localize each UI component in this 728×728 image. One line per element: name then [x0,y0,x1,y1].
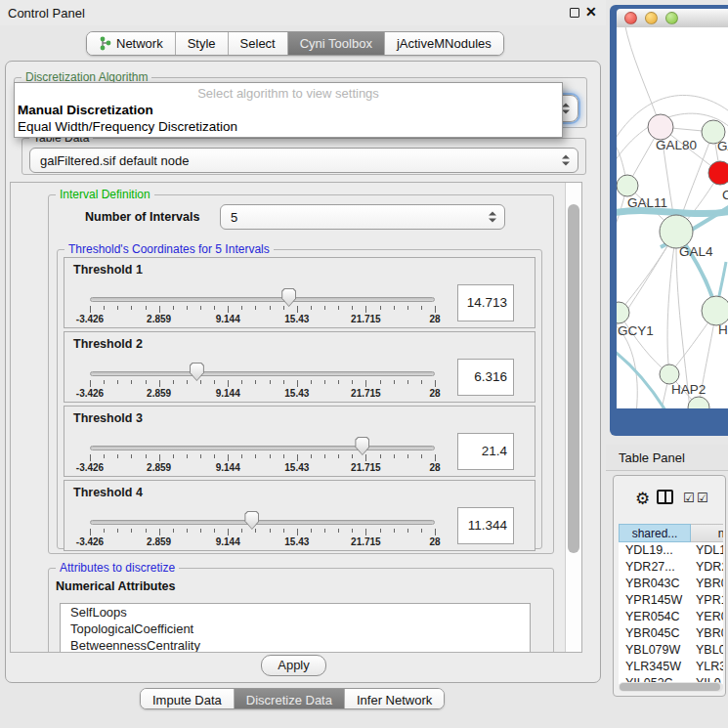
checkbox-icon[interactable]: ☑ [683,491,695,505]
network-node-label: GA [717,139,728,153]
network-canvas[interactable]: GAL80GACGAL11GAL4GCY1HHAP2 [617,27,728,408]
zoom-traffic-light-icon[interactable] [665,12,678,24]
slider-scale-label: 28 [429,536,440,547]
slider-scale: -3.4262.8599.14415.4321.71528 [90,462,435,474]
tab-infer-network[interactable]: Infer Network [345,689,444,709]
network-node[interactable] [660,364,679,384]
slider-scale-label: 2.859 [147,314,171,324]
tab-label: Cyni Toolbox [300,36,372,51]
attribute-item[interactable]: SelfLoops [61,604,530,621]
slider-track[interactable] [90,446,435,450]
network-node[interactable] [617,175,638,196]
cell-name: YBL0 [691,642,723,659]
tab-label: Style [188,36,216,51]
network-edge[interactable] [624,27,661,127]
threshold-value-field[interactable]: 11.344 [457,507,514,544]
table-horizontal-scrollbar[interactable] [619,682,723,692]
table-row[interactable]: YBL079WYBL0 [619,642,723,659]
tab-select[interactable]: Select [229,32,288,55]
cell-shared-name: YBR045C [619,625,691,642]
apply-button[interactable]: Apply [261,655,326,676]
network-node[interactable] [648,114,673,140]
network-edge[interactable] [667,232,676,374]
table-row[interactable]: YLR345WYLR3 [619,659,723,675]
table-data-combobox[interactable]: galFiltered.sif default node [29,148,578,173]
slider-scale: -3.4262.8599.14415.4321.71528 [90,388,435,400]
table-header-name[interactable]: na [691,524,723,542]
threshold-value-field[interactable]: 6.316 [457,359,514,396]
float-window-icon[interactable] [570,8,579,18]
cyni-bottom-tabs: Impute Data Discretize Data Infer Networ… [140,688,445,709]
network-node-label: H [718,322,728,337]
cell-shared-name: YDR27... [619,559,691,576]
slider-ticks [90,306,435,314]
slider-thumb[interactable] [190,363,204,381]
threshold-value-field[interactable]: 21.4 [457,433,514,470]
network-edge[interactable] [619,313,669,374]
threshold-label: Threshold 3 [73,411,143,425]
table-row[interactable]: YDR27...YDR2 [619,559,723,576]
attribute-list[interactable]: SelfLoopsTopologicalCoefficientBetweenne… [60,603,531,653]
table-row[interactable]: YBR045CYBR0 [619,625,723,642]
settings-vertical-scrollbar[interactable] [565,183,581,653]
slider-scale-label: 28 [429,388,440,399]
slider-thumb[interactable] [355,437,369,455]
tab-cyni-toolbox[interactable]: Cyni Toolbox [288,32,385,55]
slider-scale-label: 15.43 [284,388,309,399]
algorithm-option-equal-width[interactable]: Equal Width/Frequency Discretization [18,119,237,134]
minimize-traffic-light-icon[interactable] [645,12,658,24]
network-node[interactable] [660,215,693,248]
table-row[interactable]: YER054CYER0 [619,609,723,625]
tab-impute-data[interactable]: Impute Data [141,689,235,709]
gear-icon[interactable]: ⚙ [635,489,650,509]
table-panel-titlebar: Table Panel [606,445,728,471]
slider-scale-label: 21.715 [351,462,381,473]
control-panel-title: Control Panel [8,6,85,21]
settings-scroll-viewport: Interval Definition Number of Intervals … [10,182,582,653]
network-node[interactable] [708,161,728,185]
slider-scale: -3.4262.8599.14415.4321.71528 [90,314,435,325]
checkbox-icon[interactable]: ☑ [697,491,708,505]
network-node[interactable] [702,296,728,325]
attribute-item[interactable]: TopologicalCoefficient [61,621,530,637]
network-node[interactable] [617,302,629,323]
table-row[interactable]: YBR043CYBR0 [619,576,723,592]
slider-track[interactable] [90,520,435,525]
tab-network[interactable]: Network [87,32,176,55]
slider-thumb[interactable] [281,288,296,307]
slider-scale: -3.4262.8599.14415.4321.71528 [90,536,435,548]
node-table[interactable]: shared... na YDL19...YDL1YDR27...YDR2YBR… [619,524,723,684]
tab-label: Infer Network [357,693,432,707]
attribute-item[interactable]: BetweennessCentrality [61,637,530,653]
interval-definition-title: Interval Definition [56,188,154,201]
table-row[interactable]: YPR145WYPR1 [619,592,723,609]
number-of-intervals-combobox[interactable]: 5 [220,204,505,230]
slider-track[interactable] [90,371,435,376]
threshold-value-field[interactable]: 14.713 [457,284,514,321]
network-edge[interactable] [617,350,665,408]
slider-scale-label: 21.715 [351,536,381,547]
slider-track[interactable] [90,297,435,302]
slider-scale-label: 15.43 [284,462,309,473]
tab-discretize-data[interactable]: Discretize Data [235,689,345,709]
slider-scale-label: 21.715 [351,314,381,324]
scrollbar-thumb[interactable] [620,683,720,691]
slider-thumb[interactable] [244,511,259,530]
network-edge[interactable] [617,210,728,213]
cell-shared-name: YLR345W [619,659,691,675]
close-traffic-light-icon[interactable] [624,12,637,24]
algorithm-option-manual[interactable]: Manual Discretization [18,103,153,117]
tab-jactivemnodules[interactable]: jActiveMNodules [385,32,503,55]
network-window-titlebar [617,9,728,27]
combo-stepper-icon [562,104,570,114]
slider-scale-label: 9.144 [216,388,240,399]
scrollbar-thumb[interactable] [568,204,579,553]
column-visibility-icon[interactable] [657,490,673,504]
table-row[interactable]: YDL19...YDL1 [619,542,723,559]
table-header-shared[interactable]: shared... [619,524,691,542]
cell-name: YPR1 [691,592,723,609]
close-icon[interactable]: ✕ [585,4,597,20]
algorithm-placeholder-option[interactable]: Select algorithm to view settings [15,86,562,101]
tab-label: Select [240,36,276,51]
tab-style[interactable]: Style [176,32,229,55]
